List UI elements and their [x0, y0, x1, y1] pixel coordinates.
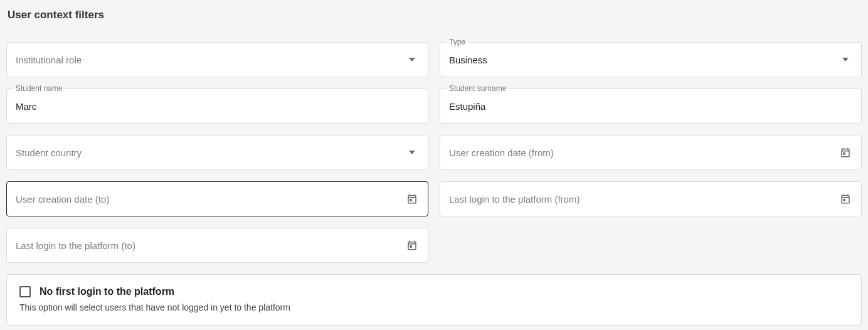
- calendar-icon[interactable]: [405, 238, 419, 252]
- chevron-down-icon: [405, 146, 419, 159]
- no-first-login-checkbox[interactable]: [19, 286, 31, 297]
- creation-date-from-placeholder: User creation date (from): [449, 147, 839, 158]
- type-value: Business: [449, 55, 839, 65]
- student-surname-field[interactable]: Student surname: [440, 88, 862, 124]
- creation-date-from-field[interactable]: User creation date (from): [440, 135, 862, 170]
- last-login-from-placeholder: Last login to the platform (from): [449, 194, 839, 205]
- student-name-float-label: Student name: [13, 84, 65, 93]
- section-title: User context filters: [6, 5, 862, 28]
- student-country-select[interactable]: Student country: [6, 135, 428, 170]
- last-login-to-placeholder: Last login to the platform (to): [16, 240, 405, 251]
- last-login-to-field[interactable]: Last login to the platform (to): [6, 228, 428, 263]
- creation-date-to-placeholder: User creation date (to): [16, 194, 405, 205]
- type-float-label: Type: [447, 38, 468, 46]
- student-country-placeholder: Student country: [16, 147, 405, 158]
- no-first-login-description: This option will select users that have …: [19, 302, 849, 312]
- calendar-icon[interactable]: [839, 192, 852, 206]
- student-surname-float-label: Student surname: [447, 84, 509, 93]
- no-first-login-label: No first login to the platform: [40, 286, 174, 297]
- institutional-role-select[interactable]: Institutional role: [6, 42, 428, 77]
- student-name-field[interactable]: Student name: [6, 88, 428, 124]
- creation-date-to-field[interactable]: User creation date (to): [6, 181, 428, 216]
- chevron-down-icon: [839, 53, 852, 67]
- type-select[interactable]: Type Business: [440, 42, 862, 77]
- student-name-input[interactable]: [16, 101, 419, 112]
- calendar-icon[interactable]: [839, 146, 852, 159]
- student-surname-input[interactable]: [449, 101, 852, 112]
- last-login-from-field[interactable]: Last login to the platform (from): [440, 181, 862, 216]
- institutional-role-placeholder: Institutional role: [16, 55, 405, 65]
- calendar-icon[interactable]: [405, 192, 419, 206]
- chevron-down-icon: [405, 53, 419, 67]
- no-first-login-card: No first login to the platform This opti…: [6, 274, 862, 326]
